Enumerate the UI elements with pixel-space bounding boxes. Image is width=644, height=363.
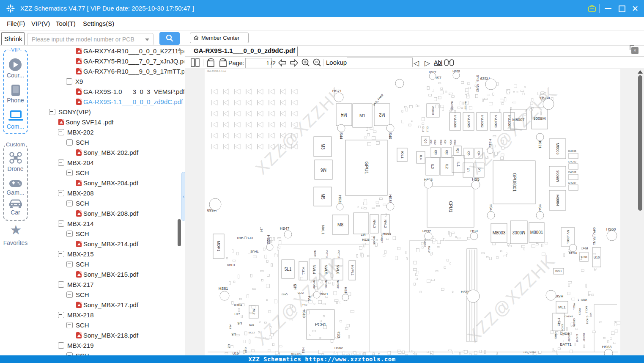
find-next-button[interactable]: ▷ bbox=[425, 59, 430, 68]
tree-item-label[interactable]: MBX-217 bbox=[67, 281, 94, 288]
collapse-box-icon[interactable] bbox=[49, 109, 55, 115]
license-button[interactable] bbox=[585, 0, 599, 17]
tree-item-label[interactable]: GA-RX7Y5-R10___7_0_7_xJnJQ.pdf bbox=[83, 58, 184, 65]
tree-item-label[interactable]: Sony_MBX-217.pdf bbox=[83, 301, 138, 308]
collapse-box-icon[interactable] bbox=[66, 231, 73, 237]
tree-item-branch[interactable]: SCH bbox=[66, 198, 89, 208]
sidebar-item-car[interactable]: Car bbox=[0, 209, 31, 216]
pdf-scroll-up-icon[interactable] bbox=[638, 70, 643, 74]
collapse-box-icon[interactable] bbox=[58, 312, 64, 318]
tree-item-branch[interactable]: MBX-204 bbox=[58, 157, 94, 168]
chevron-down-icon[interactable] bbox=[145, 38, 149, 41]
tree-item-label[interactable]: Sony_MBX-208.pdf bbox=[83, 210, 138, 217]
tree-item-pdf[interactable]: GA-RX7Y5-R10___7_0_7_xJnJQ.pdf bbox=[76, 56, 184, 66]
shrink-button[interactable]: Shrink bbox=[1, 32, 25, 45]
collapse-box-icon[interactable] bbox=[66, 352, 73, 356]
collapse-box-icon[interactable] bbox=[66, 261, 73, 267]
zoom-in-button[interactable] bbox=[301, 58, 311, 69]
tree-item-branch[interactable]: X9 bbox=[66, 76, 83, 86]
gamepad-icon[interactable] bbox=[9, 179, 22, 188]
tree-item-pdf[interactable]: Sony_MBX-218.pdf bbox=[76, 330, 138, 340]
tree-item-label[interactable]: SCH bbox=[76, 139, 89, 146]
tree-item-label[interactable]: X9 bbox=[75, 78, 83, 85]
member-center-button[interactable]: Member Center bbox=[190, 33, 249, 43]
tree-item-branch[interactable]: SCH bbox=[66, 137, 89, 147]
zoom-out-button[interactable] bbox=[312, 58, 322, 69]
page-number-input[interactable] bbox=[245, 58, 272, 68]
collapse-box-icon[interactable] bbox=[66, 139, 73, 146]
collapse-box-icon[interactable] bbox=[58, 190, 64, 196]
menu-vip[interactable]: VIP(V) bbox=[31, 20, 50, 27]
star-icon[interactable]: ★ bbox=[0, 223, 32, 237]
tree-item-label[interactable]: Sony_MBX-215.pdf bbox=[83, 271, 138, 278]
tree-item-pdf[interactable]: Sony_MBX-204.pdf bbox=[76, 178, 138, 188]
tree-item-pdf[interactable]: Sony_MBX-215.pdf bbox=[76, 269, 138, 279]
tree-item-pdf[interactable]: Sony_MBX-208.pdf bbox=[76, 208, 138, 218]
tree-item-pdf[interactable]: Sony_MBX-202.pdf bbox=[76, 147, 138, 157]
collapse-box-icon[interactable] bbox=[58, 342, 64, 349]
collapse-box-icon[interactable] bbox=[58, 251, 64, 257]
sidebar-item-computer[interactable]: Com... bbox=[0, 123, 31, 130]
file-tree[interactable]: GA-RX7Y4-R10___0_0_0_K2Z11.pdfGA-RX7Y5-R… bbox=[32, 46, 184, 355]
tree-item-label[interactable]: Sony_MBX-204.pdf bbox=[83, 179, 138, 187]
rotate-right-button[interactable] bbox=[218, 57, 228, 69]
laptop-icon[interactable] bbox=[10, 110, 22, 118]
tree-item-label[interactable]: MBX-208 bbox=[67, 190, 94, 197]
tree-item-label[interactable]: SCH bbox=[76, 200, 89, 207]
sidebar-item-drone[interactable]: Drone bbox=[0, 165, 31, 172]
tree-item-label[interactable]: GA-RX9S-1.0___3_0_3_VEMsP.pdf bbox=[83, 88, 184, 95]
close-document-icon[interactable]: × bbox=[631, 47, 639, 54]
menu-tool[interactable]: Tool(T) bbox=[56, 20, 76, 27]
tree-item-branch[interactable]: MBX-219 bbox=[58, 340, 94, 350]
phone-icon[interactable] bbox=[11, 85, 20, 96]
two-page-view-button[interactable] bbox=[190, 58, 200, 69]
tree-scroll-up-icon[interactable] bbox=[178, 48, 182, 51]
collapse-box-icon[interactable] bbox=[58, 220, 64, 227]
minimize-button[interactable] bbox=[601, 0, 615, 17]
tree-item-label[interactable]: GA-RX9S-1.1___0_0_0_zd9dC.pdf bbox=[83, 98, 183, 105]
close-button[interactable]: ✕ bbox=[628, 0, 642, 17]
collapse-box-icon[interactable] bbox=[58, 129, 64, 135]
sidebar-item-game[interactable]: Gam... bbox=[0, 189, 31, 196]
prev-page-button[interactable] bbox=[277, 59, 287, 68]
collapse-box-icon[interactable] bbox=[58, 160, 64, 166]
lookup-input[interactable] bbox=[347, 58, 413, 67]
tree-item-label[interactable]: MBX-204 bbox=[67, 159, 94, 166]
highlight-all-button[interactable] bbox=[444, 58, 454, 68]
pdf-scrollbar-thumb[interactable] bbox=[638, 75, 642, 211]
tree-item-branch[interactable]: MBX-208 bbox=[58, 188, 94, 198]
document-tab[interactable]: GA-RX9S-1.1___0_0_0_zd9dC.pdf bbox=[194, 47, 295, 54]
drone-icon[interactable] bbox=[9, 151, 22, 164]
tree-item-label[interactable]: MBX-214 bbox=[67, 220, 94, 227]
search-button[interactable] bbox=[159, 32, 180, 45]
tree-item-branch[interactable]: SCH bbox=[66, 168, 89, 178]
match-case-button[interactable]: Abi bbox=[434, 59, 442, 66]
tree-item-label[interactable]: GA-RX7Y4-R10___0_0_0_K2Z11.pdf bbox=[83, 47, 184, 55]
tree-item-label[interactable]: SCH bbox=[76, 291, 89, 298]
collapse-box-icon[interactable] bbox=[58, 281, 64, 288]
tree-item-label[interactable]: SCH bbox=[76, 261, 89, 268]
tree-item-pdf[interactable]: GA-RX9S-1.0___3_0_3_VEMsP.pdf bbox=[76, 86, 184, 96]
search-input[interactable] bbox=[31, 34, 140, 44]
sidebar-item-favorites[interactable]: Favorites bbox=[0, 239, 31, 246]
menu-settings[interactable]: Settings(S) bbox=[83, 20, 114, 27]
tree-item-label[interactable]: MBX-202 bbox=[67, 129, 94, 136]
tree-item-label[interactable]: Sony_MBX-202.pdf bbox=[83, 149, 138, 156]
tree-item-branch[interactable]: MBX-214 bbox=[58, 218, 94, 228]
tree-item-label[interactable]: SONY(VIP) bbox=[58, 108, 91, 116]
play-icon[interactable] bbox=[9, 58, 22, 71]
tree-item-branch[interactable]: SCH bbox=[66, 350, 89, 355]
next-page-button[interactable] bbox=[289, 59, 299, 68]
tree-item-branch[interactable]: MBX-218 bbox=[58, 310, 94, 320]
tree-scrollbar-thumb[interactable] bbox=[178, 219, 181, 246]
maximize-button[interactable] bbox=[614, 0, 629, 17]
tree-item-label[interactable]: MBX-218 bbox=[67, 311, 94, 319]
tree-item-label[interactable]: Sony SVF14 .pdf bbox=[66, 118, 113, 126]
tree-item-label[interactable]: GA-RX7Y6-R10___9_0_9_17mTT.pdf bbox=[83, 68, 184, 75]
tree-item-branch[interactable]: SCH bbox=[66, 228, 89, 239]
tree-item-branch[interactable]: SONY(VIP) bbox=[49, 107, 91, 117]
tree-item-label[interactable]: MBX-219 bbox=[67, 342, 94, 349]
tree-item-label[interactable]: SCH bbox=[76, 230, 89, 237]
tree-item-pdf[interactable]: Sony_MBX-214.pdf bbox=[76, 239, 138, 249]
collapse-box-icon[interactable] bbox=[66, 170, 73, 176]
